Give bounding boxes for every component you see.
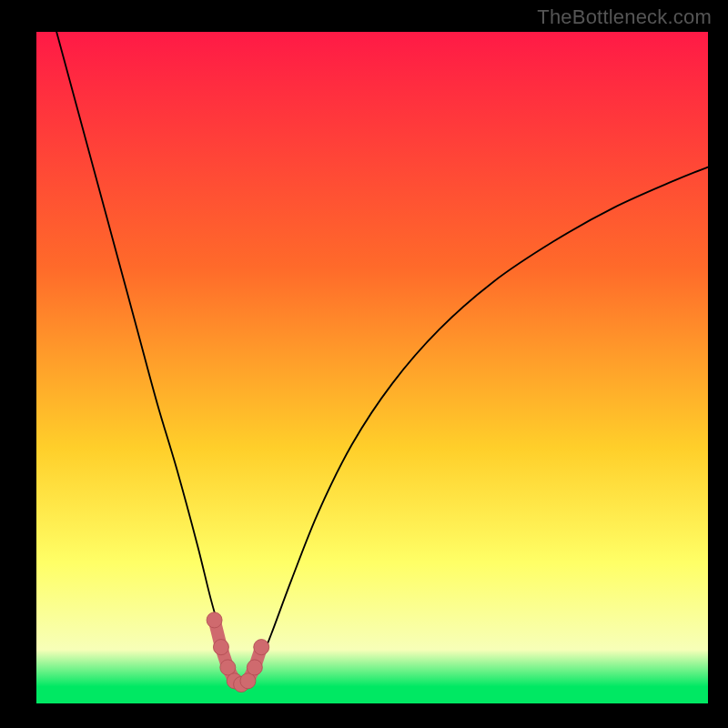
highlight-dot xyxy=(220,660,236,675)
highlight-dot xyxy=(247,660,262,675)
plot-area xyxy=(36,32,708,708)
highlight-dot xyxy=(207,612,222,628)
highlight-dot xyxy=(254,640,269,655)
chart-stage: TheBottleneck.com xyxy=(0,0,728,728)
curve-layer xyxy=(36,32,708,708)
bottleneck-curve xyxy=(56,32,708,689)
highlight-markers xyxy=(207,612,269,693)
highlight-dot xyxy=(213,640,228,655)
highlight-dot xyxy=(240,673,256,689)
watermark-text: TheBottleneck.com xyxy=(537,5,712,29)
